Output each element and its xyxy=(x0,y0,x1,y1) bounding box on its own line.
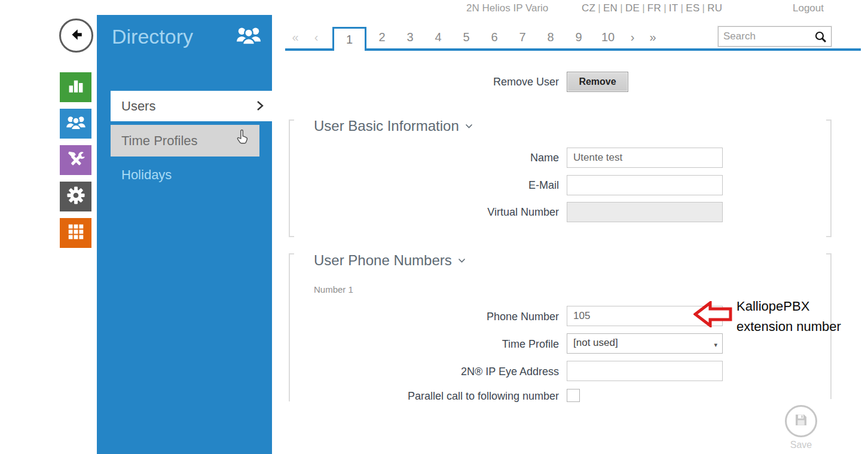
pagination-page-7[interactable]: 7 xyxy=(519,30,525,44)
back-button[interactable] xyxy=(59,19,93,53)
name-label: Name xyxy=(285,152,559,164)
pagination-underline xyxy=(285,48,861,51)
email-label: E-Mail xyxy=(285,179,559,192)
sidebar-item-label: Users xyxy=(121,99,155,114)
section-bracket-right xyxy=(826,119,832,237)
pagination-page-4[interactable]: 4 xyxy=(435,30,441,44)
sidebar-item-time-profiles[interactable]: Time Profiles xyxy=(111,125,259,157)
lang-it[interactable]: IT xyxy=(668,2,680,14)
nav-tile-services[interactable] xyxy=(60,182,91,211)
number-1-label: Number 1 xyxy=(314,284,353,295)
parallel-call-row: Parallel call to following number xyxy=(285,388,728,402)
pagination-page-6[interactable]: 6 xyxy=(491,30,497,44)
mouse-hand-cursor-icon xyxy=(236,129,249,148)
grid-icon xyxy=(67,223,85,243)
ip-eye-address-field[interactable] xyxy=(567,361,723,381)
sidebar-item-label: Holidays xyxy=(121,167,172,182)
virtual-number-field xyxy=(567,202,723,222)
pagination-page-10[interactable]: 10 xyxy=(601,30,615,44)
section-title-phone-numbers[interactable]: User Phone Numbers xyxy=(314,250,466,269)
virtual-number-label: Virtual Number xyxy=(285,206,559,219)
lang-cz[interactable]: CZ xyxy=(580,2,597,14)
sidebar-item-label: Time Profiles xyxy=(121,133,198,149)
remove-button[interactable]: Remove xyxy=(567,72,628,92)
gear-icon xyxy=(66,186,86,207)
pagination-page-2[interactable]: 2 xyxy=(378,30,385,44)
save-button[interactable] xyxy=(785,405,817,437)
device-title: 2N Helios IP Vario xyxy=(466,2,548,14)
time-profile-select[interactable]: [not used] ▾ xyxy=(567,333,723,354)
save-button-label: Save xyxy=(785,440,817,450)
section-title-basic-info[interactable]: User Basic Information xyxy=(314,116,473,134)
time-profile-value: [not used] xyxy=(573,337,618,348)
annotation-arrow-left-icon xyxy=(693,301,733,330)
page-title: Directory xyxy=(112,25,193,48)
remove-user-label: Remove User xyxy=(285,76,559,88)
name-field[interactable] xyxy=(567,148,723,168)
pagination-last[interactable]: » xyxy=(649,30,656,44)
ip-eye-address-label: 2N® IP Eye Address xyxy=(285,366,559,378)
phone-number-label: Phone Number xyxy=(285,311,559,323)
logout-link[interactable]: Logout xyxy=(793,2,824,14)
pagination-first[interactable]: « xyxy=(292,30,298,44)
language-switcher: CZ|EN|DE|FR|IT|ES|RU xyxy=(580,2,723,14)
parallel-call-label: Parallel call to following number xyxy=(285,390,559,402)
pagination-page-1-active[interactable]: 1 xyxy=(332,27,366,51)
pagination-next[interactable]: › xyxy=(631,30,635,44)
hammer-wrench-icon xyxy=(66,150,85,170)
lang-en[interactable]: EN xyxy=(602,2,619,14)
pagination-page-5[interactable]: 5 xyxy=(463,30,469,44)
chevron-down-icon xyxy=(465,116,473,133)
section-bracket-left xyxy=(289,119,294,237)
user-group-icon xyxy=(65,114,87,134)
pagination-prev[interactable]: ‹ xyxy=(314,30,319,44)
back-arrow-icon xyxy=(68,26,85,45)
nav-tile-rail xyxy=(60,72,91,248)
lang-es[interactable]: ES xyxy=(684,2,701,14)
pagination-page-3[interactable]: 3 xyxy=(407,30,413,44)
search-box xyxy=(718,26,832,47)
annotation-text: KalliopePBX extension number xyxy=(736,296,841,337)
search-input[interactable] xyxy=(719,27,813,46)
chevron-down-icon xyxy=(458,250,466,267)
section-bracket-left xyxy=(289,253,294,401)
floppy-disk-icon xyxy=(794,413,808,430)
lang-fr[interactable]: FR xyxy=(646,2,662,14)
time-profile-label: Time Profile xyxy=(285,338,559,351)
sidebar-item-holidays[interactable]: Holidays xyxy=(121,167,172,183)
pagination-page-9[interactable]: 9 xyxy=(575,30,582,44)
nav-tile-statistics[interactable] xyxy=(60,72,91,102)
directory-group-icon xyxy=(235,24,262,49)
sidebar-item-users[interactable]: Users xyxy=(111,91,272,121)
nav-tile-directory[interactable] xyxy=(60,109,91,139)
parallel-call-checkbox[interactable] xyxy=(567,389,580,402)
lang-de[interactable]: DE xyxy=(624,2,641,14)
pagination-page-8[interactable]: 8 xyxy=(547,30,554,44)
directory-panel: Directory Users Time Profiles Holidays xyxy=(97,15,272,454)
dropdown-arrow-icon: ▾ xyxy=(714,341,717,349)
app-root: 2N Helios IP Vario CZ|EN|DE|FR|IT|ES|RU … xyxy=(0,0,868,454)
chevron-right-icon xyxy=(256,100,264,115)
search-icon[interactable] xyxy=(814,30,827,46)
nav-tile-hardware[interactable] xyxy=(60,145,91,175)
bar-chart-icon xyxy=(66,77,85,97)
nav-tile-system[interactable] xyxy=(60,218,91,248)
email-field[interactable] xyxy=(567,175,723,195)
lang-ru[interactable]: RU xyxy=(706,2,723,14)
